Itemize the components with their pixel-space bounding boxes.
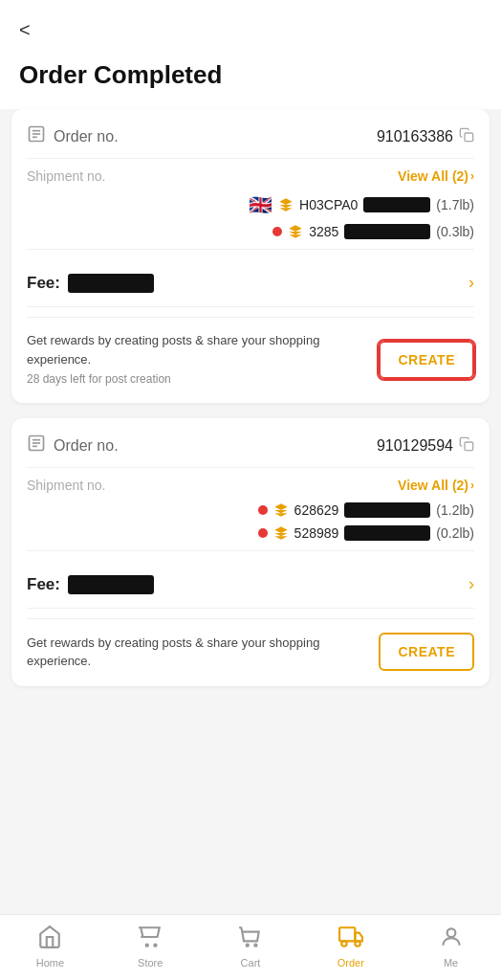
shipment-row-1: Shipment no. View All (2) › [27,168,474,184]
nav-cart-label: Cart [241,957,261,969]
shipment-item-2-1: 628629 (1.2lb) [27,502,474,518]
cart-icon [238,924,263,955]
pkg-icon-2-1 [273,502,289,518]
order-label-1: Order no. [54,128,119,145]
home-icon [37,924,62,955]
shipment-label-2: Shipment no. [27,478,106,493]
nav-store[interactable]: Store [100,924,201,969]
create-button-2[interactable]: CREATE [379,633,474,671]
nav-me-label: Me [444,957,458,969]
rewards-main-text-1: Get rewards by creating posts & share yo… [27,331,367,368]
shipment-code-2-2: 528989 [294,525,339,541]
shipment-code-1-1: H03CPA0 [299,197,358,212]
shipment-item-1-2: 3285 (0.3lb) [27,224,474,239]
flag-uk-icon: 🇬🇧 [249,193,272,216]
order-number-row-2: Order no. 910129594 [27,434,474,457]
shipment-items-1: 🇬🇧 H03CPA0 (1.7lb) 3285 (0.3lb) [27,193,474,239]
redacted-2-2 [344,525,430,541]
nav-order[interactable]: Order [300,924,401,969]
rewards-section-2: Get rewards by creating posts & share yo… [27,618,474,671]
fee-chevron-2[interactable]: › [468,574,474,594]
fee-chevron-1[interactable]: › [468,273,474,293]
back-button[interactable]: < [19,15,38,45]
rewards-text-1: Get rewards by creating posts & share yo… [27,331,367,388]
create-button-1[interactable]: CREATE [379,341,474,379]
dot-red-2-1 [258,505,268,515]
pkg-icon-1-2 [288,224,303,239]
order-nav-icon [338,924,363,955]
weight-1-1: (1.7lb) [436,197,474,212]
store-icon [138,924,163,955]
fee-redacted-1 [68,274,154,293]
fee-row-2: Fee: › [27,561,474,598]
redacted-2-1 [344,502,430,518]
order-number-value-1: 910163386 [377,128,453,145]
fee-row-1: Fee: › [27,259,474,297]
dot-red-1-2 [272,227,282,236]
svg-point-12 [247,945,249,947]
shipment-code-1-2: 3285 [309,224,338,239]
svg-rect-4 [465,133,473,142]
order-icon-1 [27,124,46,148]
rewards-section-1: Get rewards by creating posts & share yo… [27,317,474,388]
nav-me[interactable]: Me [401,924,501,969]
svg-point-13 [254,945,256,947]
copy-icon-1[interactable] [459,127,474,146]
svg-point-10 [146,945,148,947]
fee-redacted-2 [68,575,154,594]
shipment-item-1-1: 🇬🇧 H03CPA0 (1.7lb) [27,193,474,216]
svg-rect-9 [465,442,473,451]
shipment-row-2: Shipment no. View All (2) › [27,478,474,493]
shipment-code-2-1: 628629 [294,502,339,518]
view-all-link-1[interactable]: View All (2) › [398,168,474,184]
order-label-2: Order no. [54,437,119,455]
rewards-text-2: Get rewards by creating posts & share yo… [27,634,367,671]
user-icon [439,924,464,955]
svg-rect-14 [339,927,355,941]
order-card-1: Order no. 910163386 Shipment no. View Al… [11,109,490,403]
redacted-1-1 [363,197,430,212]
order-icon-2 [27,434,46,457]
content: Order no. 910163386 Shipment no. View Al… [0,109,501,778]
svg-point-16 [355,941,359,946]
redacted-1-2 [344,224,430,239]
svg-point-17 [447,928,455,937]
view-all-link-2[interactable]: View All (2) › [398,478,474,493]
shipment-item-2-2: 528989 (0.2lb) [27,525,474,541]
nav-home[interactable]: Home [0,924,100,969]
copy-icon-2[interactable] [459,436,474,456]
days-left-1: 28 days left for post creation [27,370,367,388]
order-number-row-1: Order no. 910163386 [27,124,474,148]
header: < [0,0,501,53]
fee-label-text-1: Fee: [27,274,60,293]
svg-point-11 [155,945,157,947]
nav-home-label: Home [36,957,64,969]
dot-red-2-2 [258,528,268,538]
order-number-value-2: 910129594 [377,437,453,455]
nav-order-label: Order [338,957,364,969]
nav-store-label: Store [138,957,163,969]
weight-1-2: (0.3lb) [436,224,474,239]
fee-label-text-2: Fee: [27,575,60,594]
svg-point-15 [341,941,346,946]
rewards-main-text-2: Get rewards by creating posts & share yo… [27,634,367,671]
weight-2-1: (1.2lb) [436,502,474,518]
shipment-label-1: Shipment no. [27,168,106,184]
shipment-items-2: 628629 (1.2lb) 528989 (0.2lb) [27,502,474,541]
pkg-icon-2-2 [273,525,289,541]
order-card-2: Order no. 910129594 Shipment no. View Al… [11,418,490,686]
bottom-nav: Home Store Cart [0,914,501,980]
pkg-icon-1-1 [278,197,294,212]
nav-cart[interactable]: Cart [201,924,301,969]
weight-2-2: (0.2lb) [436,525,474,541]
page-title: Order Completed [0,53,501,109]
